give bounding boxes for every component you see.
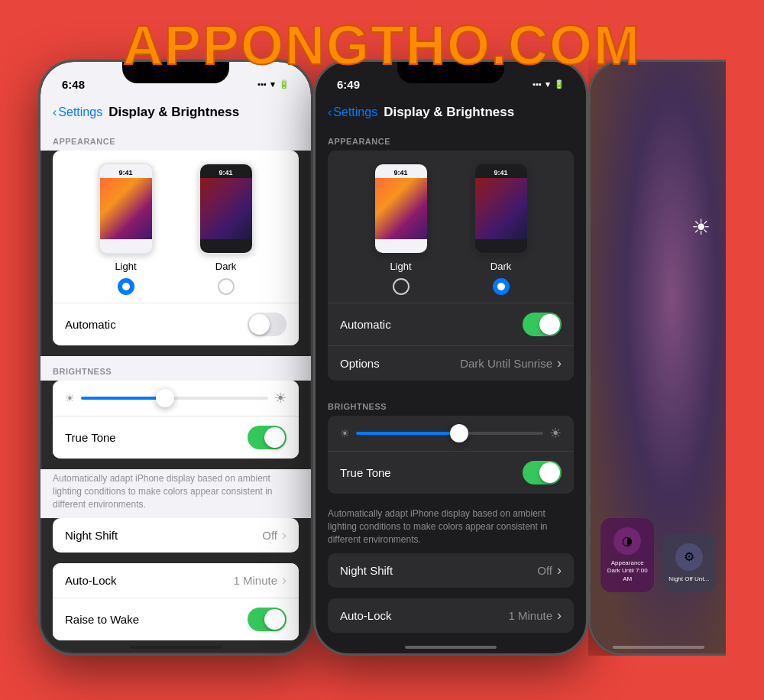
- auto-lock-value-light: 1 Minute: [233, 572, 286, 588]
- raise-to-wake-toggle-light[interactable]: [248, 608, 286, 631]
- options-row-dark[interactable]: Options Dark Until Sunrise: [328, 345, 574, 381]
- dark-mode-option-dark[interactable]: 9:41 Dark: [474, 163, 529, 295]
- night-shift-card-third: ⚙ Night Off Unt...: [662, 534, 716, 592]
- dark-radio-dp[interactable]: [493, 278, 510, 295]
- brightness-slider-dark: ☀ ☀: [328, 416, 574, 451]
- phone-third-wrapper: ☀ ◑ Appearance Dark Until 7:00 AM ⚙ Nigh…: [588, 60, 726, 656]
- automatic-toggle-dark[interactable]: [523, 313, 562, 336]
- preview-time-dark-dp: 9:41: [475, 164, 527, 177]
- nav-title-dark: Display & Brightness: [384, 105, 514, 120]
- night-shift-row-light[interactable]: Night Shift Off: [53, 518, 299, 553]
- battery-icon-dark: 🔋: [554, 79, 565, 89]
- night-shift-icon-third: ⚙: [675, 543, 703, 571]
- raise-to-wake-row-light: Raise to Wake: [53, 598, 299, 640]
- true-tone-row-dark: True Tone: [328, 451, 574, 494]
- options-value-dark: Dark Until Sunrise: [460, 355, 562, 371]
- automatic-toggle-light[interactable]: [248, 313, 286, 336]
- appearance-icon-third: ◑: [613, 527, 641, 555]
- true-tone-desc-dark: Automatically adapt iPhone display based…: [316, 504, 586, 553]
- night-shift-card-dark: Night Shift Off: [328, 553, 574, 588]
- phone-dark-screen: 6:49 ▪▪▪ ▾ 🔋 ‹ Settings Display: [316, 62, 586, 653]
- wifi-icon-dark: ▾: [545, 79, 550, 89]
- phones-container: 6:48 ▪▪▪ ▾ 🔋 ‹ Settings Display: [0, 0, 764, 700]
- auto-lock-row-dark[interactable]: Auto-Lock 1 Minute: [328, 598, 574, 633]
- brightness-low-icon-dark: ☀: [340, 427, 350, 439]
- toggle-knob-tt-dark: [539, 462, 560, 483]
- slider-fill-dark: [356, 432, 459, 435]
- night-shift-label-dark: Night Shift: [340, 564, 393, 577]
- slider-thumb-dark[interactable]: [450, 424, 468, 442]
- autolock-card-light: Auto-Lock 1 Minute Raise to Wake: [53, 563, 299, 640]
- back-button-dark[interactable]: ‹ Settings: [328, 105, 377, 119]
- appearance-header-light: APPEARANCE: [40, 126, 311, 151]
- brightness-icon-third: ☀: [691, 215, 711, 240]
- light-radio-dp[interactable]: [393, 278, 410, 295]
- slider-track-light[interactable]: [81, 397, 268, 400]
- light-label: Light: [115, 261, 136, 272]
- brightness-card-light: ☀ ☀ True Tone: [53, 381, 299, 459]
- home-indicator-dark: [405, 646, 497, 649]
- dark-radio-check: [497, 283, 505, 290]
- phone-light-wrapper: 6:48 ▪▪▪ ▾ 🔋 ‹ Settings Display: [38, 60, 313, 656]
- night-shift-row-dark[interactable]: Night Shift Off: [328, 553, 574, 588]
- back-label-light: Settings: [58, 105, 102, 119]
- brightness-slider-light: ☀ ☀: [53, 381, 299, 416]
- phone-third-frame: ☀ ◑ Appearance Dark Until 7:00 AM ⚙ Nigh…: [588, 60, 726, 656]
- light-label-dp: Light: [390, 261, 411, 272]
- nav-header-dark: ‹ Settings Display & Brightness: [316, 96, 586, 126]
- night-shift-label-light: Night Shift: [65, 529, 118, 542]
- appearance-header-dark: APPEARANCE: [316, 126, 586, 151]
- status-time-dark: 6:49: [337, 78, 360, 91]
- toggle-knob: [249, 314, 270, 335]
- phone-third-screen: ☀ ◑ Appearance Dark Until 7:00 AM ⚙ Nigh…: [591, 62, 726, 653]
- dark-preview-light-phone: 9:41: [199, 163, 254, 254]
- auto-lock-label-dark: Auto-Lock: [340, 609, 392, 622]
- preview-wallpaper-dark-lp: [200, 178, 252, 239]
- third-phone-cards: ◑ Appearance Dark Until 7:00 AM ⚙ Night …: [591, 518, 726, 592]
- auto-lock-label-light: Auto-Lock: [65, 574, 117, 587]
- brightness-high-icon-dark: ☀: [549, 425, 562, 442]
- appearance-selector-light: 9:41 Light: [53, 151, 299, 303]
- dark-label-lp: Dark: [215, 261, 236, 272]
- auto-lock-value-dark: 1 Minute: [508, 608, 562, 624]
- true-tone-desc-light: Automatically adapt iPhone display based…: [40, 469, 311, 518]
- automatic-row-dark: Automatic: [328, 303, 574, 345]
- signal-icon-dark: ▪▪▪: [533, 79, 542, 89]
- wifi-icon: ▾: [270, 79, 275, 89]
- toggle-knob-auto-dark: [539, 314, 560, 335]
- automatic-row-light: Automatic: [53, 303, 299, 345]
- preview-time-light-dp: 9:41: [375, 164, 427, 177]
- brightness-header-dark: BRIGHTNESS: [316, 391, 586, 416]
- preview-time-light: 9:41: [100, 164, 152, 177]
- notch-dark: [397, 62, 504, 83]
- options-label-dark: Options: [340, 357, 380, 370]
- night-shift-card-text: Night Off Unt...: [668, 575, 709, 583]
- brightness-card-dark: ☀ ☀ True Tone: [328, 416, 574, 494]
- true-tone-row-light: True Tone: [53, 416, 299, 459]
- slider-track-dark[interactable]: [356, 432, 543, 435]
- dark-mode-option-light-phone[interactable]: 9:41 Dark: [199, 163, 254, 295]
- preview-wallpaper-light: [100, 178, 152, 239]
- auto-lock-row-light[interactable]: Auto-Lock 1 Minute: [53, 563, 299, 598]
- true-tone-label-dark: True Tone: [340, 466, 391, 479]
- true-tone-toggle-light[interactable]: [248, 426, 286, 449]
- phone-light-screen: 6:48 ▪▪▪ ▾ 🔋 ‹ Settings Display: [40, 62, 311, 653]
- appearance-card-third: ◑ Appearance Dark Until 7:00 AM: [601, 518, 654, 592]
- appearance-selector-dark: 9:41 Light: [328, 151, 574, 303]
- appearance-card-dark: 9:41 Light: [328, 151, 574, 381]
- light-radio[interactable]: [118, 278, 134, 295]
- slider-thumb-light[interactable]: [156, 389, 174, 407]
- chevron-left-icon-dark: ‹: [328, 105, 332, 119]
- brightness-high-icon: ☀: [274, 390, 286, 407]
- status-time-light: 6:48: [62, 78, 85, 91]
- true-tone-toggle-dark[interactable]: [523, 461, 562, 484]
- slider-fill-light: [81, 397, 165, 400]
- light-mode-option-dark[interactable]: 9:41 Light: [374, 163, 429, 295]
- appearance-card-text: Appearance Dark Until 7:00 AM: [607, 559, 648, 583]
- appearance-card-light: 9:41 Light: [53, 151, 299, 345]
- dark-radio-lp[interactable]: [218, 278, 235, 295]
- light-mode-option[interactable]: 9:41 Light: [99, 163, 154, 295]
- back-button-light[interactable]: ‹ Settings: [53, 105, 102, 119]
- phone-light-frame: 6:48 ▪▪▪ ▾ 🔋 ‹ Settings Display: [38, 60, 313, 656]
- autolock-card-dark: Auto-Lock 1 Minute: [328, 598, 574, 633]
